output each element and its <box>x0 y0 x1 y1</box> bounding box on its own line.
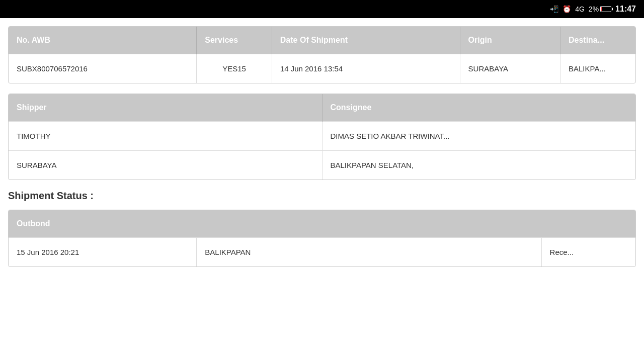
awb-header-dos: Date Of Shipment <box>272 27 460 54</box>
awb-header-row: No. AWB Services Date Of Shipment Origin… <box>9 27 635 54</box>
outbond-status: Rece... <box>541 238 635 267</box>
sc-header-row: Shipper Consignee <box>9 94 635 122</box>
outbond-header-row: Outbond <box>9 210 635 238</box>
awb-header-awb: No. AWB <box>9 27 197 54</box>
sc-table: Shipper Consignee TIMOTHY DIMAS SETIO AK… <box>9 94 635 179</box>
services-value: YES15 <box>197 54 272 83</box>
battery-percent: 2% <box>589 5 599 13</box>
outbond-table-wrapper: Outbond 15 Jun 2016 20:21 BALIKPAPAN Rec… <box>8 210 636 267</box>
consignee-name: DIMAS SETIO AKBAR TRIWINAT... <box>322 122 635 151</box>
consignee-city: BALIKPAPAN SELATAN, <box>322 151 635 180</box>
battery-fill <box>601 7 602 11</box>
outbond-location: BALIKPAPAN <box>197 238 541 267</box>
sc-header-shipper: Shipper <box>9 94 322 122</box>
network-indicator: 4G <box>575 5 585 13</box>
awb-header-services: Services <box>197 27 272 54</box>
origin-value: SURABAYA <box>460 54 560 83</box>
clock: 11:47 <box>615 5 636 14</box>
awb-table: No. AWB Services Date Of Shipment Origin… <box>9 27 635 83</box>
sc-table-wrapper: Shipper Consignee TIMOTHY DIMAS SETIO AK… <box>8 94 636 180</box>
shipper-name: TIMOTHY <box>9 122 322 151</box>
outbond-table: Outbond 15 Jun 2016 20:21 BALIKPAPAN Rec… <box>9 210 635 266</box>
awb-table-wrapper: No. AWB Services Date Of Shipment Origin… <box>8 26 636 83</box>
shipper-city: SURABAYA <box>9 151 322 180</box>
main-content: No. AWB Services Date Of Shipment Origin… <box>0 18 644 285</box>
battery-box <box>600 6 611 12</box>
vibrate-icon: 📲 <box>550 5 558 13</box>
awb-header-origin: Origin <box>460 27 560 54</box>
status-bar: 📲 ⏰ 4G 2% 11:47 <box>0 0 644 18</box>
outbond-data-row[interactable]: 15 Jun 2016 20:21 BALIKPAPAN Rece... <box>9 238 635 267</box>
shipment-status-title: Shipment Status : <box>8 190 636 202</box>
outbond-date: 15 Jun 2016 20:21 <box>9 238 197 267</box>
status-icons: 📲 ⏰ 4G 2% 11:47 <box>550 5 636 14</box>
outbond-header: Outbond <box>9 210 635 238</box>
alarm-icon: ⏰ <box>562 5 571 13</box>
sc-header-consignee: Consignee <box>322 94 635 122</box>
sc-row-1[interactable]: TIMOTHY DIMAS SETIO AKBAR TRIWINAT... <box>9 122 635 151</box>
awb-value: SUBX800706572016 <box>9 54 197 83</box>
battery-indicator: 2% <box>589 5 611 13</box>
sc-row-2[interactable]: SURABAYA BALIKPAPAN SELATAN, <box>9 151 635 180</box>
destination-value: BALIKPA... <box>560 54 635 83</box>
awb-data-row[interactable]: SUBX800706572016 YES15 14 Jun 2016 13:54… <box>9 54 635 83</box>
awb-header-destination: Destina... <box>560 27 635 54</box>
dos-value: 14 Jun 2016 13:54 <box>272 54 460 83</box>
